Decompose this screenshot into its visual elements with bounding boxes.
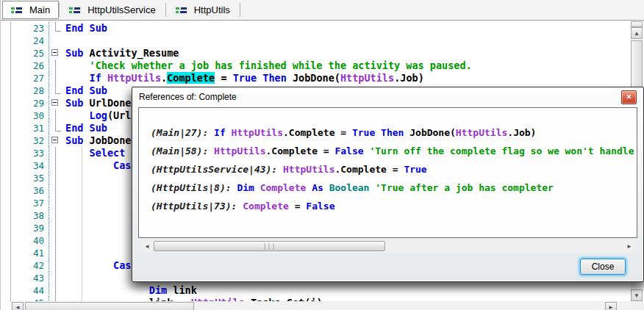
tab-separator	[240, 3, 240, 17]
line-number: 44	[11, 284, 49, 297]
dialog-scroll-left-icon[interactable]: ◄	[143, 242, 151, 251]
scroll-right-icon[interactable]: ►	[605, 302, 617, 310]
splitter-handle[interactable]	[631, 21, 643, 27]
breakpoint-margin[interactable]	[1, 247, 11, 259]
code-token: 'True after a job has completer	[375, 182, 554, 193]
code-token	[65, 284, 149, 296]
code-text[interactable]: Dim link	[65, 284, 630, 297]
scroll-down-icon[interactable]: ▼	[631, 289, 643, 301]
code-line[interactable]: 24	[1, 35, 630, 47]
code-token: Sub	[65, 134, 83, 146]
fold-toggle-icon[interactable]	[49, 97, 65, 109]
tab-label: Main	[29, 4, 50, 15]
line-number: 26	[11, 60, 49, 72]
breakpoint-margin[interactable]	[1, 109, 11, 122]
code-line[interactable]: 27 If HttpUtils.Complete = True Then Job…	[1, 72, 630, 84]
dialog-scrollbar-thumb[interactable]: |||	[154, 241, 385, 251]
reference-line[interactable]: (HttpUtilsService|43): HttpUtils.Complet…	[151, 160, 637, 179]
dialog-horizontal-scrollbar[interactable]: ◄ ||| ►	[143, 240, 634, 253]
line-number: 35	[11, 172, 49, 184]
code-token: (Url	[107, 109, 132, 121]
code-token: JobDone(	[287, 72, 340, 84]
code-token: 'Check whether a job has finished while …	[90, 60, 472, 71]
code-token: HttpUtils	[283, 164, 334, 175]
code-token	[65, 259, 113, 271]
breakpoint-margin[interactable]	[1, 284, 11, 297]
fold-column	[49, 109, 65, 122]
fold-column	[49, 234, 65, 247]
dialog-title: References of: Complete	[139, 92, 237, 102]
close-button[interactable]: Close	[580, 259, 626, 275]
line-number: 37	[11, 197, 49, 209]
breakpoint-margin[interactable]	[1, 22, 11, 35]
code-line[interactable]: 26 'Check whether a job has finished whi…	[1, 60, 630, 72]
breakpoint-margin[interactable]	[1, 72, 11, 84]
code-text[interactable]	[65, 35, 630, 47]
code-token	[323, 182, 329, 193]
breakpoint-margin[interactable]	[1, 222, 11, 234]
code-token: HttpUtils	[107, 72, 161, 84]
code-line[interactable]: 23End Sub	[1, 22, 630, 35]
tab-httputils[interactable]: HttpUtils	[166, 0, 240, 20]
breakpoint-margin[interactable]	[1, 84, 11, 97]
reference-line[interactable]: (HttpUtils|8): Dim Complete As Boolean '…	[151, 179, 637, 197]
scroll-up-icon[interactable]: ▲	[631, 27, 643, 39]
indent-guide	[82, 146, 82, 310]
reference-line[interactable]: (Main|58): HttpUtils.Complete = False 'T…	[151, 142, 637, 160]
fold-toggle-icon[interactable]	[49, 134, 65, 147]
breakpoint-margin[interactable]	[1, 197, 11, 209]
code-token: .Complete =	[283, 127, 352, 138]
horizontal-scrollbar-thumb[interactable]	[25, 302, 194, 310]
code-text[interactable]: If HttpUtils.Complete = True Then JobDon…	[65, 72, 630, 84]
breakpoint-margin[interactable]	[1, 297, 11, 309]
code-token: 'Turn off the complete flag so we won't …	[369, 145, 634, 156]
code-token: .Complete =	[334, 164, 404, 175]
breakpoint-margin[interactable]	[1, 147, 11, 159]
breakpoint-margin[interactable]	[1, 209, 11, 222]
code-token	[375, 127, 381, 138]
reference-lines: (Main|27): If HttpUtils.Complete = True …	[139, 108, 637, 215]
close-icon[interactable]: ✕	[621, 90, 637, 104]
fold-column	[49, 259, 65, 272]
code-token: .	[161, 72, 167, 84]
breakpoint-margin[interactable]	[1, 134, 11, 147]
tab-main[interactable]: Main	[2, 1, 59, 19]
code-token: link	[167, 284, 197, 296]
code-token: JobDone(	[404, 127, 455, 138]
code-token	[254, 182, 260, 193]
dialog-scroll-right-icon[interactable]: ►	[625, 242, 634, 251]
breakpoint-margin[interactable]	[1, 60, 11, 72]
reference-line[interactable]: (HttpUtils|73): Complete = False	[151, 197, 637, 215]
breakpoint-margin[interactable]	[1, 159, 11, 172]
module-icon	[11, 5, 24, 15]
code-token: .Job)	[507, 127, 536, 138]
breakpoint-margin[interactable]	[1, 184, 11, 197]
tab-httputilsservice[interactable]: HttpUtilsService	[60, 0, 165, 20]
reference-line[interactable]: (Main|27): If HttpUtils.Complete = True …	[151, 123, 637, 142]
breakpoint-margin[interactable]	[1, 122, 11, 134]
code-line[interactable]: 25Sub Activity_Resume	[1, 47, 630, 60]
code-line[interactable]: 44 Dim link	[1, 284, 630, 297]
tab-label: HttpUtils	[194, 4, 230, 15]
breakpoint-margin[interactable]	[1, 272, 11, 284]
code-text[interactable]: 'Check whether a job has finished while …	[65, 60, 630, 72]
dialog-title-bar[interactable]: References of: Complete ✕	[132, 87, 643, 107]
breakpoint-margin[interactable]	[1, 172, 11, 184]
breakpoint-margin[interactable]	[1, 234, 11, 247]
breakpoint-margin[interactable]	[1, 97, 11, 109]
code-token: False	[306, 201, 334, 212]
breakpoint-margin[interactable]	[1, 47, 11, 60]
scroll-left-icon[interactable]: ◄	[12, 302, 24, 310]
fold-toggle-icon[interactable]	[49, 47, 65, 60]
code-token: Then	[381, 127, 404, 138]
line-number: 23	[11, 22, 49, 35]
reference-location: (Main|27):	[151, 127, 214, 138]
line-number: 40	[11, 234, 49, 247]
code-text[interactable]: Sub Activity_Resume	[65, 47, 630, 60]
scrollbar-corner	[631, 301, 644, 310]
breakpoint-margin[interactable]	[1, 35, 11, 47]
code-text[interactable]: End Sub	[65, 22, 630, 35]
horizontal-scrollbar[interactable]: ◄ ►	[10, 301, 630, 310]
breakpoint-margin[interactable]	[1, 259, 11, 272]
code-token: Dim	[149, 284, 167, 296]
